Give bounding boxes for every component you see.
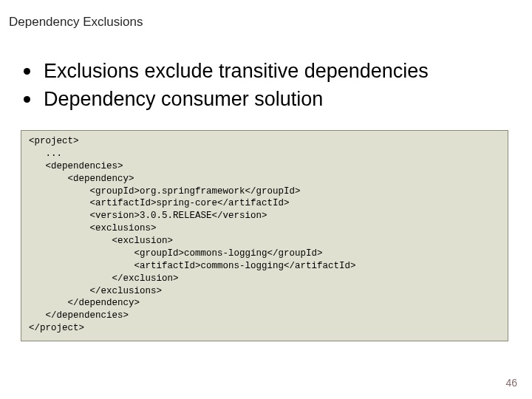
code-block: <project> ... <dependencies> <dependency… (21, 130, 508, 341)
bullet-text: Dependency consumer solution (44, 87, 323, 111)
bullet-icon (24, 96, 30, 103)
slide: Dependency Exclusions Exclusions exclude… (0, 0, 532, 399)
list-item: Dependency consumer solution (24, 87, 508, 111)
bullet-list: Exclusions exclude transitive dependenci… (24, 59, 508, 116)
bullet-text: Exclusions exclude transitive dependenci… (44, 59, 429, 83)
page-number: 46 (505, 377, 517, 389)
list-item: Exclusions exclude transitive dependenci… (24, 59, 508, 83)
slide-title: Dependency Exclusions (9, 15, 143, 30)
bullet-icon (24, 68, 30, 75)
